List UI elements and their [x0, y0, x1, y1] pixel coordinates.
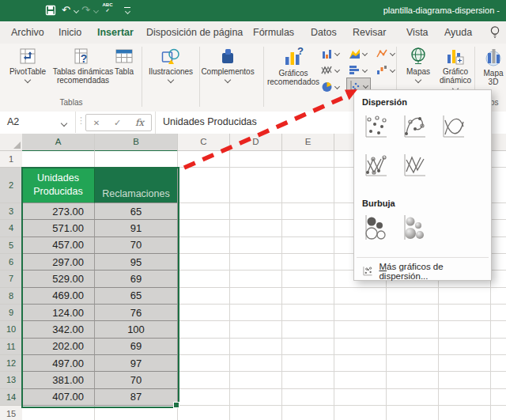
tell-me-lightbulb-icon[interactable]: [489, 25, 501, 40]
cell-X9[interactable]: [491, 305, 506, 321]
cell-C1[interactable]: [178, 151, 230, 168]
cell-A7[interactable]: 529.00: [22, 271, 95, 287]
recommended-charts-button[interactable]: ? Gráficos recomendados: [266, 47, 321, 86]
cell-F13[interactable]: [334, 372, 387, 388]
cell-C14[interactable]: [178, 389, 230, 406]
cell-F10[interactable]: [334, 321, 387, 338]
cell-D6[interactable]: [230, 254, 282, 271]
cell-E13[interactable]: [282, 372, 334, 388]
pivottable-button[interactable]: PivotTable: [6, 47, 49, 82]
tab-inicio[interactable]: Inicio: [59, 21, 81, 44]
cell-E1[interactable]: [282, 151, 334, 168]
cell-B10[interactable]: 100: [95, 321, 178, 338]
cell-A14[interactable]: 407.00: [22, 389, 95, 406]
cell-G12[interactable]: [387, 355, 439, 372]
spellcheck-icon[interactable]: ABC✓: [101, 2, 114, 18]
cell-H12[interactable]: [439, 355, 491, 372]
cell-C7[interactable]: [178, 271, 230, 287]
formula-bar-drag-handle[interactable]: ⋮: [77, 115, 85, 126]
cell-F9[interactable]: [334, 305, 387, 321]
insert-function-icon[interactable]: fx: [135, 117, 144, 128]
cell-B11[interactable]: 69: [95, 339, 178, 355]
tab-ayuda[interactable]: Ayuda: [444, 21, 472, 44]
cell-E5[interactable]: [282, 237, 334, 254]
cell-C8[interactable]: [178, 288, 230, 305]
save-icon[interactable]: [45, 5, 56, 16]
cell-A8[interactable]: 469.00: [22, 288, 95, 305]
pivotchart-button[interactable]: Gráfico dinámico: [436, 47, 474, 91]
cell-B9[interactable]: 76: [95, 305, 178, 321]
cell-G9[interactable]: [387, 305, 439, 321]
row-header-14[interactable]: 14: [0, 389, 24, 406]
tab-insertar[interactable]: Insertar: [97, 21, 134, 45]
cell-D5[interactable]: [230, 237, 282, 254]
scatter-straight-markers-option[interactable]: [360, 150, 390, 180]
cell-E11[interactable]: [282, 339, 334, 355]
cell-X10[interactable]: [491, 321, 506, 338]
cell-F8[interactable]: [334, 288, 387, 305]
insert-line-chart-button[interactable]: [376, 46, 395, 61]
cell-A5[interactable]: 457.00: [22, 237, 95, 254]
cell-X5[interactable]: [491, 237, 506, 254]
tab-disposici-n-de-p-gina[interactable]: Disposición de página: [146, 21, 243, 44]
scatter-smooth-markers-option[interactable]: [398, 112, 429, 142]
more-scatter-charts-item[interactable]: Más gráficos de dispersión...: [354, 262, 491, 280]
cell-X3[interactable]: [491, 203, 506, 220]
column-header-D[interactable]: D: [230, 134, 282, 151]
row-header-8[interactable]: 8: [0, 288, 24, 305]
cell-D10[interactable]: [230, 321, 282, 338]
insert-area-chart-button[interactable]: [349, 46, 367, 61]
table-button[interactable]: Tabla: [108, 47, 141, 76]
column-header-B[interactable]: B: [95, 134, 178, 152]
tab-vista[interactable]: Vista: [406, 21, 429, 44]
insert-bar-chart-button[interactable]: [349, 62, 367, 78]
cell-X2[interactable]: [491, 168, 506, 203]
cell-B12[interactable]: 97: [95, 355, 178, 372]
row-header-6[interactable]: 6: [0, 254, 24, 271]
cell-D3[interactable]: [230, 203, 282, 220]
row-header-3[interactable]: 3: [0, 203, 24, 220]
cell-G11[interactable]: [387, 339, 439, 355]
cell-D14[interactable]: [230, 389, 282, 406]
cell-X15[interactable]: [491, 406, 506, 420]
column-header-A[interactable]: A: [22, 134, 95, 152]
cell-C15[interactable]: [178, 406, 230, 420]
column-header-offscreen[interactable]: [491, 134, 506, 151]
row-header-11[interactable]: 11: [0, 339, 24, 355]
cell-G13[interactable]: [387, 372, 439, 388]
cell-E2[interactable]: [282, 168, 334, 203]
cell-E8[interactable]: [282, 288, 334, 305]
cell-X11[interactable]: [491, 339, 506, 355]
cell-B2-header[interactable]: Reclamaciones: [95, 168, 178, 203]
row-header-2[interactable]: 2: [0, 168, 24, 203]
redo-chevron-icon[interactable]: [93, 8, 99, 13]
cell-C5[interactable]: [178, 237, 230, 254]
cell-B4[interactable]: 91: [95, 220, 178, 236]
map3d-button[interactable]: Mapa 3D: [478, 47, 506, 86]
select-all-corner[interactable]: [0, 134, 23, 151]
row-header-5[interactable]: 5: [0, 237, 24, 254]
cell-F12[interactable]: [334, 355, 387, 372]
bubble-option[interactable]: [360, 213, 390, 243]
cell-A12[interactable]: 497.00: [22, 355, 95, 372]
cell-A13[interactable]: 381.00: [22, 372, 95, 388]
cell-H9[interactable]: [439, 305, 491, 321]
cell-A11[interactable]: 202.00: [22, 339, 95, 355]
cell-C11[interactable]: [178, 339, 230, 355]
cell-B14[interactable]: 87: [95, 389, 178, 406]
cell-D2[interactable]: [230, 168, 282, 203]
tab-revisar[interactable]: Revisar: [353, 21, 386, 44]
row-header-4[interactable]: 4: [0, 220, 24, 236]
tab-f-rmulas[interactable]: Fórmulas: [253, 21, 294, 44]
row-header-13[interactable]: 13: [0, 372, 24, 388]
cell-H8[interactable]: [439, 288, 491, 305]
cell-E6[interactable]: [282, 254, 334, 271]
cell-D8[interactable]: [230, 288, 282, 305]
customize-qat-icon[interactable]: [124, 7, 130, 8]
cell-E4[interactable]: [282, 220, 334, 236]
cell-B7[interactable]: 69: [95, 271, 178, 287]
cell-B6[interactable]: 95: [95, 254, 178, 271]
cell-X8[interactable]: [491, 288, 506, 305]
cell-A2-header[interactable]: UnidadesProducidas: [22, 168, 95, 203]
cell-C12[interactable]: [178, 355, 230, 372]
